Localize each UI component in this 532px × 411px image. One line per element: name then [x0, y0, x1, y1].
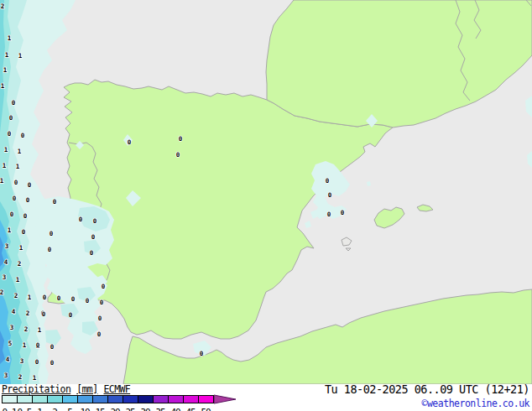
precip-value-label: 0	[326, 177, 330, 185]
precip-value-label: 0	[176, 151, 180, 159]
precip-value-label: 3	[10, 324, 14, 331]
precip-value-label: 0	[97, 330, 102, 338]
precip-value-label: 2	[0, 289, 3, 296]
colorbar-overflow-arrow	[214, 393, 237, 405]
legend-title-unit: [mm]	[76, 383, 97, 395]
legend-title-parameter: Precipitation	[2, 383, 70, 395]
precip-value-label: 2	[1, 3, 5, 10]
precip-value-label: 0	[71, 295, 76, 303]
precipitation-map: 2111110000111110000001031423122104203215…	[0, 0, 532, 384]
precip-value-label: 0	[23, 212, 28, 220]
colorbar-tick-labels: 0.10.5125101520253035404550	[2, 403, 213, 411]
precip-value-label: 0	[9, 114, 13, 122]
legend-bar: Precipitation[mm]ECMWF Tu 18-02-2025 06.…	[0, 384, 532, 411]
precip-value-label: 0	[93, 217, 97, 225]
precip-value-label: 0	[21, 132, 25, 139]
precip-value-label: 0	[86, 297, 90, 304]
precip-value-label: 1	[18, 52, 23, 60]
precip-value-label: 1	[3, 66, 8, 74]
precip-value-label: 0	[50, 230, 54, 237]
precip-value-label: 1	[8, 34, 12, 42]
precip-value-label: 1	[5, 51, 9, 59]
precip-value-label: 4	[4, 258, 8, 266]
precip-value-label: 0	[341, 209, 345, 216]
precip-value-label: 4	[12, 308, 16, 315]
precip-value-label: 2	[24, 325, 29, 333]
precip-value-label: 0	[42, 310, 46, 318]
precip-value-label: 1	[28, 294, 32, 301]
precip-value-label: 0	[26, 196, 30, 204]
precip-value-label: 0	[53, 198, 57, 206]
precip-value-label: 0	[14, 179, 18, 186]
precip-value-label: 0	[200, 350, 204, 357]
precip-value-label: 0	[48, 246, 52, 253]
precip-value-label: 0	[98, 315, 102, 322]
legend-title: Precipitation[mm]ECMWF	[2, 384, 130, 395]
precip-value-label: 2	[18, 260, 22, 268]
precip-value-label: 3	[5, 242, 9, 250]
precip-value-label: 2	[18, 373, 23, 381]
precip-value-label: 0	[57, 294, 61, 302]
weather-map-page: 2111110000111110000001031423122104203215…	[0, 0, 532, 411]
precip-value-label: 0	[327, 211, 331, 218]
precip-value-label: 0	[102, 283, 106, 290]
precip-value-label: 1	[0, 177, 4, 185]
precip-value-label: 1	[16, 163, 20, 170]
precip-value-label: 3	[3, 273, 7, 281]
precip-value-label: 0	[79, 216, 83, 223]
precip-value-label: 3	[4, 372, 8, 379]
precip-value-label: 0	[35, 358, 39, 366]
precip-value-label: 0	[90, 249, 94, 257]
precip-value-label: 2	[14, 292, 18, 299]
precip-value-label: 0	[128, 138, 132, 146]
precip-value-label: 0	[100, 299, 104, 306]
precip-value-label: 0	[28, 181, 32, 189]
precip-value-label: 1	[19, 244, 23, 252]
precip-value-label: 0	[50, 359, 55, 367]
valid-time-label: Tu 18-02-2025 06..09 UTC (12+21)	[325, 384, 529, 395]
precip-value-label: 1	[33, 374, 37, 382]
precip-value-label: 1	[18, 148, 22, 155]
precip-value-label: 0	[69, 311, 73, 319]
precip-value-label: 0	[91, 233, 96, 241]
precip-value-label: 0	[22, 228, 26, 236]
precip-value-label: 0	[328, 191, 332, 199]
precip-value-label: 1	[3, 162, 7, 169]
precip-value-label: 0	[13, 195, 17, 202]
precip-value-label: 1	[38, 326, 42, 334]
precip-value-label: 1	[8, 226, 12, 234]
precip-value-label: 0	[50, 343, 55, 351]
precip-value-label: 0	[36, 341, 40, 349]
copyright-link[interactable]: ©weatheronline.co.uk	[422, 398, 529, 409]
precip-value-label: 1	[1, 82, 5, 90]
precip-value-label: 4	[6, 356, 10, 363]
precip-value-label: 1	[16, 276, 20, 284]
precip-value-label: 5	[8, 340, 13, 347]
precip-value-label: 1	[23, 341, 27, 349]
precip-value-label: 0	[179, 135, 183, 143]
precip-value-label: 0	[8, 130, 12, 138]
precip-value-label: 0	[12, 99, 16, 107]
precip-value-label: 0	[43, 294, 47, 301]
precip-value-label: 1	[4, 146, 8, 153]
precip-value-label: 2	[26, 310, 30, 317]
precip-value-label: 3	[20, 357, 24, 365]
precip-value-label: 0	[10, 211, 14, 218]
legend-title-model: ECMWF	[104, 383, 131, 395]
